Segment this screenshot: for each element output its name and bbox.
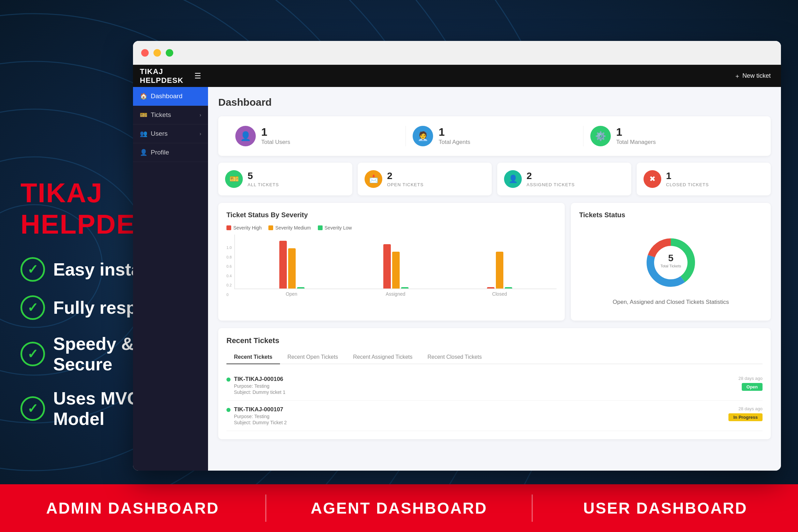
ticket-info-1: TIK-TIKAJ-000106 Purpose: Testing Subjec…	[234, 376, 285, 395]
main-content: ＋ New ticket Dashboard 👤 1 Total Users	[208, 65, 781, 471]
total-managers-value: 1	[616, 127, 656, 137]
open-tickets-icon: 📩	[365, 170, 382, 188]
users-icon: 👥	[140, 130, 147, 137]
sidebar-label-profile: Profile	[151, 149, 169, 156]
xlabel-open: Open	[245, 291, 338, 297]
bar-closed-high	[487, 287, 494, 289]
sidebar-item-tickets[interactable]: 🎫 Tickets ›	[133, 106, 208, 124]
bar-chart-wrapper: 0 0.2 0.4 0.6 0.8 1.0	[226, 235, 557, 297]
check-icon-4: ✓	[20, 396, 45, 421]
hamburger-icon[interactable]: ☰	[194, 72, 201, 80]
ticket-badge-2: In Progress	[728, 413, 763, 421]
check-icon-2: ✓	[20, 295, 45, 320]
bar-closed-low	[505, 287, 512, 289]
bar-chart-with-yaxis: 0 0.2 0.4 0.6 0.8 1.0	[226, 235, 557, 297]
dashboard-body: Dashboard 👤 1 Total Users 🧑‍💼 1	[208, 87, 781, 449]
sidebar-item-tickets-left: 🎫 Tickets	[140, 111, 171, 119]
total-agents-icon: 🧑‍💼	[413, 126, 433, 146]
legend-low-dot	[318, 225, 323, 230]
check-icon-3: ✓	[20, 342, 45, 366]
bottom-bar-user[interactable]: USER DASHBOARD	[533, 499, 798, 517]
total-managers-icon: ⚙️	[590, 126, 611, 146]
legend-medium: Severity Medium	[268, 225, 311, 231]
donut-svg: 5 Total Tickets	[640, 232, 701, 293]
bar-closed-medium	[496, 252, 503, 289]
bar-chart-legend: Severity High Severity Medium Severity L…	[226, 225, 557, 231]
assigned-tickets-label: ASSIGNED TICKETS	[527, 182, 575, 187]
ticket-right-1: 28 days ago Open	[738, 376, 763, 391]
sidebar-item-profile[interactable]: 👤 Profile	[133, 143, 208, 162]
browser-dot-yellow[interactable]	[153, 49, 161, 57]
sidebar-item-dashboard[interactable]: 🏠 Dashboard	[133, 87, 208, 106]
browser-dot-green[interactable]	[166, 49, 173, 57]
stat-card-total-agents: 🧑‍💼 1 Total Agents	[406, 126, 583, 146]
stat-card-open-tickets: 📩 2 OPEN TICKETS	[358, 163, 492, 195]
bar-group-open	[245, 241, 339, 289]
ticket-subject-2: Subject: Dummy Ticket 2	[234, 420, 287, 425]
total-users-value: 1	[261, 127, 290, 137]
stat-card-assigned-tickets: 👤 2 ASSIGNED TICKETS	[497, 163, 631, 195]
users-arrow-icon: ›	[200, 131, 201, 136]
bar-open-high	[279, 241, 287, 289]
open-tickets-info: 2 OPEN TICKETS	[387, 171, 424, 187]
table-row: TIK-TIKAJ-000107 Purpose: Testing Subjec…	[226, 401, 763, 431]
check-icon-1: ✓	[20, 257, 45, 282]
legend-low: Severity Low	[318, 225, 352, 231]
tab-recent-closed[interactable]: Recent Closed Tickets	[420, 351, 489, 364]
assigned-tickets-icon: 👤	[504, 170, 522, 188]
recent-tickets-card: Recent Tickets Recent Tickets Recent Ope…	[218, 328, 771, 439]
bottom-bar-agent[interactable]: AGENT DASHBOARD	[266, 499, 532, 517]
bar-chart-area	[234, 235, 557, 289]
tickets-arrow-icon: ›	[200, 112, 201, 118]
stats-row-top: 👤 1 Total Users 🧑‍💼 1 Total Agents	[218, 116, 771, 156]
legend-high-dot	[226, 225, 231, 230]
profile-icon: 👤	[140, 149, 147, 156]
ticket-time-2: 28 days ago	[738, 406, 763, 411]
donut-subtitle: Open, Assigned and Closed Tickets Statis…	[613, 299, 729, 306]
open-tickets-label: OPEN TICKETS	[387, 182, 424, 187]
legend-high: Severity High	[226, 225, 262, 231]
tab-recent-assigned[interactable]: Recent Assigned Tickets	[345, 351, 420, 364]
recent-tickets-title: Recent Tickets	[226, 336, 763, 345]
ticket-time-1: 28 days ago	[738, 376, 763, 381]
sidebar-header: TIKAJ HELPDESK ☰	[133, 65, 208, 87]
donut-container: 5 Total Tickets Open, Assigned and Close…	[579, 225, 763, 312]
bar-chart-inner: Open Assigned Closed	[234, 235, 557, 297]
tickets-icon: 🎫	[140, 111, 147, 119]
bar-open-low	[297, 287, 305, 289]
stat-card-total-users: 👤 1 Total Users	[228, 126, 406, 146]
tab-recent-open[interactable]: Recent Open Tickets	[280, 351, 346, 364]
all-tickets-info: 5 ALL TICKETS	[248, 171, 279, 187]
new-ticket-button[interactable]: ＋ New ticket	[734, 72, 771, 80]
svg-text:Total Tickets: Total Tickets	[661, 264, 681, 268]
browser-window: TIKAJ HELPDESK ☰ 🏠 Dashboard 🎫 Tickets ›	[133, 41, 781, 471]
total-managers-info: 1 Total Managers	[616, 127, 656, 146]
legend-high-label: Severity High	[233, 225, 262, 231]
sidebar-brand: TIKAJ HELPDESK	[140, 67, 194, 85]
stat-card-all-tickets: 🎫 5 ALL TICKETS	[218, 163, 352, 195]
legend-medium-dot	[268, 225, 273, 230]
ticket-id-1[interactable]: TIK-TIKAJ-000106	[234, 376, 285, 383]
sidebar-label-tickets: Tickets	[151, 111, 171, 119]
browser-chrome	[133, 41, 781, 65]
closed-tickets-value: 1	[666, 171, 709, 181]
bottom-bar-admin[interactable]: ADMIN DASHBOARD	[0, 499, 265, 517]
plus-icon: ＋	[734, 72, 740, 80]
charts-row: Ticket Status By Severity Severity High …	[218, 203, 771, 321]
ticket-purpose-1: Purpose: Testing	[234, 383, 285, 389]
tab-recent-tickets[interactable]: Recent Tickets	[226, 351, 280, 364]
ticket-purpose-2: Purpose: Testing	[234, 414, 287, 419]
xlabel-assigned: Assigned	[349, 291, 442, 297]
legend-medium-label: Severity Medium	[275, 225, 311, 231]
sidebar-item-users[interactable]: 👥 Users ›	[133, 124, 208, 143]
total-users-label: Total Users	[261, 139, 290, 146]
browser-dot-red[interactable]	[141, 49, 149, 57]
ticket-id-2[interactable]: TIK-TIKAJ-000107	[234, 406, 287, 413]
stat-card-closed-tickets: ✖ 1 CLOSED TICKETS	[637, 163, 771, 195]
ticket-badge-1: Open	[742, 383, 763, 391]
sidebar: TIKAJ HELPDESK ☰ 🏠 Dashboard 🎫 Tickets ›	[133, 65, 208, 471]
ticket-left-1: TIK-TIKAJ-000106 Purpose: Testing Subjec…	[226, 376, 285, 395]
stats-row-bottom: 🎫 5 ALL TICKETS 📩 2 OPEN TICKETS	[218, 163, 771, 195]
total-agents-value: 1	[439, 127, 470, 137]
closed-tickets-icon: ✖	[644, 170, 661, 188]
